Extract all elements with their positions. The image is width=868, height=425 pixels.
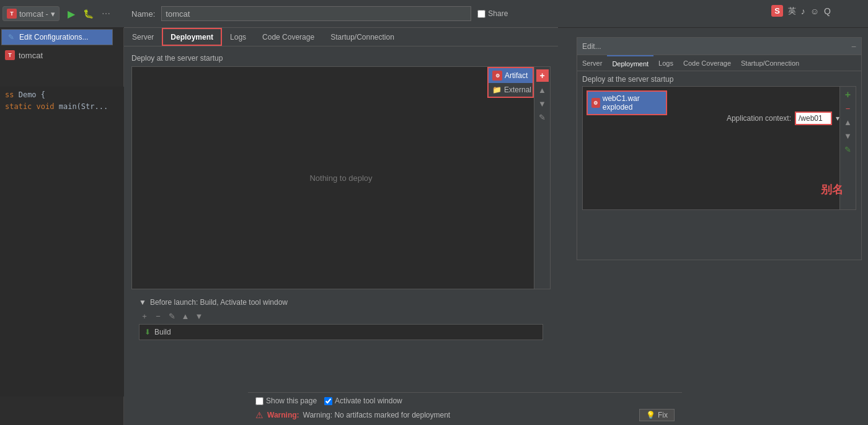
edit-deploy-button[interactable]: ✎ <box>537 112 548 123</box>
edit-configurations-label: Edit Configurations... <box>19 33 88 42</box>
nothing-text: Nothing to deploy <box>309 173 372 183</box>
tray-icon-4: Q <box>824 6 831 16</box>
collapse-icon: ▼ <box>139 298 146 307</box>
add-deploy-button[interactable]: + <box>536 69 549 82</box>
edit-icon: ✎ <box>7 33 16 42</box>
build-row: ⬇ Build <box>139 324 543 340</box>
tab-logs-label: Logs <box>230 33 246 42</box>
edit-configurations-item[interactable]: ✎ Edit Configurations... <box>2 30 112 45</box>
dropdown-arrow: ▾ <box>51 9 55 19</box>
tray-icon-2: ♪ <box>801 6 805 16</box>
tab-startup-label: Startup/Connection <box>330 33 394 42</box>
share-checkbox[interactable] <box>477 10 485 18</box>
fix-button[interactable]: 💡 Fix <box>639 409 675 421</box>
run-controls: ▶ 🐛 ⋯ <box>64 7 113 20</box>
more-button[interactable]: ⋯ <box>99 7 113 20</box>
right-tab-code-coverage[interactable]: Code Coverage <box>678 55 736 71</box>
build-icon: ⬇ <box>144 328 151 336</box>
tab-startup-connection[interactable]: Startup/Connection <box>322 28 402 46</box>
system-tray: S 英 ♪ ☺ Q <box>771 5 831 17</box>
bl-up-button[interactable]: ▲ <box>180 310 191 322</box>
tab-deployment-label: Deployment <box>170 33 213 42</box>
share-label: Share <box>488 9 508 18</box>
warning-bold: Warning: <box>267 411 299 419</box>
right-tab-server[interactable]: Server <box>577 55 607 71</box>
code-editor-preview: ss Demo { static void main(Str... <box>0 87 124 397</box>
alias-label: 别名 <box>821 182 843 197</box>
code-line-2: static void main(Str... <box>5 101 119 113</box>
bulb-icon: 💡 <box>646 411 655 419</box>
fix-label: Fix <box>658 411 668 419</box>
show-page-label[interactable]: Show this page <box>255 397 317 405</box>
show-page-row: Show this page Activate tool window <box>255 397 675 405</box>
tab-server-label: Server <box>132 33 154 42</box>
artifact-dropdown: ⚙ Artifact 📁 External <box>487 67 534 98</box>
right-panel-close-button[interactable]: − <box>851 42 856 51</box>
main-config-panel: Name: Share Server Deployment Logs Code … <box>124 0 558 425</box>
before-launch-header: ▼ Before launch: Build, Activate tool wi… <box>139 298 543 307</box>
tomcat-small-icon: T <box>5 50 15 60</box>
bl-add-button[interactable]: + <box>139 310 150 322</box>
activate-tool-label[interactable]: Activate tool window <box>324 397 402 405</box>
move-down-button[interactable]: ▼ <box>537 98 548 109</box>
tray-icon-3: ☺ <box>810 6 819 16</box>
right-add-button[interactable]: + <box>843 89 854 100</box>
tray-icon-1: S <box>771 5 783 17</box>
run-button[interactable]: ▶ <box>64 7 78 20</box>
right-deploy-area: ⚙ webC1.war exploded Application context… <box>582 86 856 210</box>
warning-text: Warning: No artifacts marked for deploym… <box>303 411 451 419</box>
run-icon: ▶ <box>68 8 75 20</box>
tab-server[interactable]: Server <box>124 28 162 46</box>
app-context-row: Application context: ▾ <box>727 112 839 125</box>
bug-icon: 🐛 <box>83 9 94 19</box>
right-panel-header: Edit... − <box>577 38 861 55</box>
artifact-item[interactable]: ⚙ Artifact <box>489 68 533 83</box>
activate-tool-text: Activate tool window <box>335 397 402 405</box>
config-tabs: Server Deployment Logs Code Coverage Sta… <box>124 28 558 46</box>
right-up-button[interactable]: ▲ <box>843 116 854 128</box>
right-panel-title: Edit... <box>582 42 601 51</box>
external-label: External <box>504 85 531 94</box>
show-page-text: Show this page <box>266 397 317 405</box>
external-item[interactable]: 📁 External <box>489 83 533 97</box>
build-label: Build <box>154 328 171 336</box>
config-header: Name: Share <box>124 0 558 28</box>
code-line-1: ss Demo { <box>5 89 119 101</box>
deploy-area: Nothing to deploy ⚙ Artifact 📁 External … <box>131 66 551 289</box>
right-remove-button[interactable]: − <box>843 103 854 114</box>
share-row: Share <box>477 9 508 18</box>
activate-tool-checkbox[interactable] <box>324 397 332 405</box>
right-tab-logs[interactable]: Logs <box>653 55 678 71</box>
warning-icon: ⚠ <box>255 410 264 420</box>
tray-lang: 英 <box>788 6 796 17</box>
right-tab-startup[interactable]: Startup/Connection <box>736 55 804 71</box>
deploy-section: Deploy at the server startup Nothing to … <box>124 49 558 349</box>
right-artifact-row[interactable]: ⚙ webC1.war exploded <box>587 90 667 115</box>
name-input[interactable] <box>161 6 471 21</box>
debug-button[interactable]: 🐛 <box>82 7 95 20</box>
tomcat-icon: T <box>7 9 17 19</box>
tab-code-coverage[interactable]: Code Coverage <box>254 28 322 46</box>
before-launch-controls: + − ✎ ▲ ▼ <box>139 310 543 322</box>
right-artifact-label: webC1.war exploded <box>603 94 662 112</box>
run-config-selector[interactable]: T tomcat - ▾ <box>2 6 60 21</box>
move-up-button[interactable]: ▲ <box>537 84 548 95</box>
right-tab-deployment[interactable]: Deployment <box>607 55 653 71</box>
before-launch-section: ▼ Before launch: Build, Activate tool wi… <box>131 294 551 344</box>
deploy-side-controls: + ▲ ▼ ✎ <box>534 67 550 289</box>
app-context-input[interactable] <box>795 112 832 125</box>
right-config-panel: Edit... − Server Deployment Logs Code Co… <box>577 37 862 260</box>
warning-row: ⚠ Warning: Warning: No artifacts marked … <box>255 409 675 421</box>
bl-remove-button[interactable]: − <box>153 310 164 322</box>
tab-logs[interactable]: Logs <box>222 28 254 46</box>
before-launch-label: Before launch: Build, Activate tool wind… <box>150 298 288 307</box>
bl-down-button[interactable]: ▼ <box>193 310 205 322</box>
right-down-button[interactable]: ▼ <box>843 130 854 141</box>
show-page-checkbox[interactable] <box>255 397 264 405</box>
app-context-label: Application context: <box>727 114 791 123</box>
tomcat-label-item[interactable]: T tomcat <box>0 46 123 64</box>
config-dropdown: ✎ Edit Configurations... <box>1 29 113 45</box>
right-edit-button[interactable]: ✎ <box>843 144 854 155</box>
tab-deployment[interactable]: Deployment <box>162 28 222 46</box>
bl-edit-button[interactable]: ✎ <box>166 310 177 322</box>
